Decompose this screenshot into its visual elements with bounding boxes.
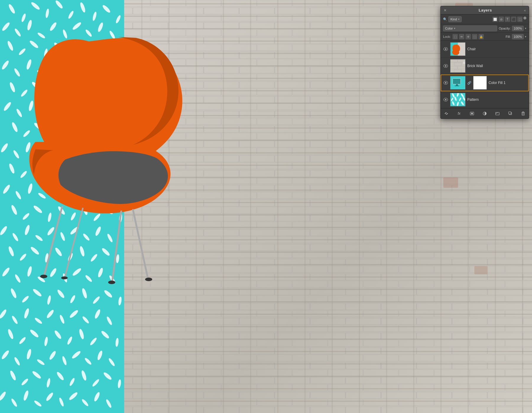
svg-point-209 bbox=[108, 281, 115, 284]
svg-rect-228 bbox=[463, 62, 465, 64]
kind-chevron: ▾ bbox=[458, 18, 460, 21]
layer-thumb-pattern bbox=[450, 93, 466, 106]
filter-shape-icon[interactable]: ⬛ bbox=[511, 17, 516, 22]
delete-layer-button[interactable] bbox=[520, 110, 526, 117]
kind-dropdown[interactable]: Kind ▾ bbox=[448, 16, 462, 22]
svg-point-214 bbox=[445, 48, 447, 50]
filter-adjustment-icon[interactable]: ⊘ bbox=[499, 17, 504, 22]
layer-thumb-brick-wall bbox=[450, 59, 466, 73]
svg-line-206 bbox=[112, 211, 121, 281]
svg-rect-232 bbox=[453, 79, 461, 84]
link-layers-button[interactable] bbox=[443, 110, 450, 117]
svg-line-205 bbox=[44, 207, 62, 275]
svg-rect-234 bbox=[456, 84, 458, 86]
layer-item-pattern[interactable]: Pattern bbox=[441, 91, 529, 108]
svg-point-219 bbox=[445, 65, 447, 67]
svg-rect-254 bbox=[509, 112, 511, 114]
opacity-input[interactable]: 100% bbox=[512, 26, 524, 31]
lock-position-icon[interactable]: ✛ bbox=[466, 34, 471, 39]
add-mask-button[interactable] bbox=[469, 110, 475, 117]
svg-rect-227 bbox=[463, 59, 465, 62]
new-group-button[interactable] bbox=[494, 110, 501, 117]
layer-item-color-fill[interactable]: 🔗 Color Fill 1 bbox=[441, 74, 529, 91]
layer-name-color-fill: Color Fill 1 bbox=[489, 81, 526, 85]
svg-rect-217 bbox=[450, 43, 451, 56]
layers-titlebar: ✕ Layers « bbox=[441, 6, 529, 14]
layer-mask-thumb-color-fill bbox=[473, 76, 487, 90]
layer-name-pattern: Pattern bbox=[467, 98, 526, 102]
new-fill-button[interactable] bbox=[481, 110, 488, 117]
lock-artboard-icon[interactable]: ⬚ bbox=[472, 34, 477, 39]
opacity-label: Opacity: bbox=[499, 27, 511, 30]
layer-name-brick-wall: Brick Wall bbox=[467, 64, 526, 68]
layer-visibility-brick-wall[interactable] bbox=[443, 63, 448, 69]
filter-text-icon[interactable]: T bbox=[505, 17, 510, 22]
lock-label: Lock: bbox=[443, 35, 451, 38]
layers-toolbar: fx bbox=[441, 108, 529, 119]
layer-link-icon: 🔗 bbox=[467, 81, 471, 85]
filter-smart-icon[interactable]: ⬚ bbox=[517, 17, 523, 22]
new-layer-button[interactable] bbox=[507, 110, 514, 117]
layer-item-chair[interactable]: Chair bbox=[441, 41, 529, 58]
svg-point-208 bbox=[40, 275, 47, 278]
fill-section: Fill: 100% ▾ bbox=[506, 34, 526, 39]
opacity-chevron: ▾ bbox=[525, 27, 526, 30]
fx-label: fx bbox=[458, 111, 460, 116]
svg-point-212 bbox=[61, 276, 68, 279]
lock-all-icon[interactable]: 🔒 bbox=[479, 34, 484, 39]
lock-row: Lock: ⬚ ✏ ✛ ⬚ 🔒 Fill: 100% ▾ bbox=[441, 33, 529, 41]
collapse-button[interactable]: « bbox=[524, 9, 526, 12]
panel-close-button[interactable]: ✕ bbox=[444, 8, 447, 12]
svg-rect-255 bbox=[522, 113, 524, 115]
fill-chevron: ▾ bbox=[525, 35, 526, 38]
opacity-section: Opacity: 100% ▾ bbox=[499, 26, 527, 31]
filter-icons: ⬜ ⊘ T ⬛ ⬚ bbox=[492, 17, 526, 22]
svg-point-250 bbox=[471, 113, 473, 114]
svg-line-207 bbox=[133, 210, 148, 278]
svg-line-211 bbox=[65, 208, 83, 276]
filter-toggle[interactable] bbox=[523, 17, 526, 20]
fill-input[interactable]: 100% bbox=[512, 34, 524, 39]
panel-title: Layers bbox=[479, 8, 492, 12]
layer-visibility-pattern[interactable] bbox=[443, 97, 448, 102]
svg-point-230 bbox=[445, 82, 447, 84]
blend-mode-value: Color bbox=[445, 27, 453, 30]
layer-thumb-color-fill bbox=[450, 76, 466, 90]
svg-rect-235 bbox=[455, 86, 459, 86]
close-icon[interactable]: ✕ bbox=[444, 8, 447, 12]
fill-label: Fill: bbox=[506, 35, 511, 38]
fx-button[interactable]: fx bbox=[456, 110, 462, 117]
search-icon: 🔍 bbox=[443, 17, 447, 21]
layer-name-chair: Chair bbox=[467, 47, 526, 51]
layer-visibility-color-fill[interactable] bbox=[443, 80, 448, 85]
svg-point-237 bbox=[445, 99, 447, 101]
lock-icons: ⬚ ✏ ✛ ⬚ 🔒 bbox=[452, 34, 484, 39]
filter-row: 🔍 Kind ▾ ⬜ ⊘ T ⬛ ⬚ bbox=[441, 14, 529, 24]
layers-list: Chair bbox=[441, 41, 529, 108]
canvas-area: ✕ Layers « 🔍 Kind ▾ ⬜ ⊘ T ⬛ ⬚ Colo bbox=[0, 0, 532, 413]
blend-mode-row: Color ▾ Opacity: 100% ▾ bbox=[441, 24, 529, 33]
layer-visibility-chair[interactable] bbox=[443, 46, 448, 52]
filter-image-icon[interactable]: ⬜ bbox=[492, 17, 498, 22]
lock-paint-icon[interactable]: ✏ bbox=[459, 34, 464, 39]
svg-point-210 bbox=[145, 278, 152, 281]
blend-mode-dropdown[interactable]: Color ▾ bbox=[443, 25, 497, 31]
layer-thumb-chair bbox=[450, 42, 466, 56]
lock-pixels-icon[interactable]: ⬚ bbox=[452, 34, 458, 39]
layer-item-brick-wall[interactable]: Brick Wall bbox=[441, 58, 529, 74]
layers-panel: ✕ Layers « 🔍 Kind ▾ ⬜ ⊘ T ⬛ ⬚ Colo bbox=[440, 6, 529, 119]
blend-mode-chevron: ▾ bbox=[454, 27, 455, 30]
chair-illustration bbox=[6, 18, 272, 307]
kind-label: Kind bbox=[450, 17, 457, 21]
